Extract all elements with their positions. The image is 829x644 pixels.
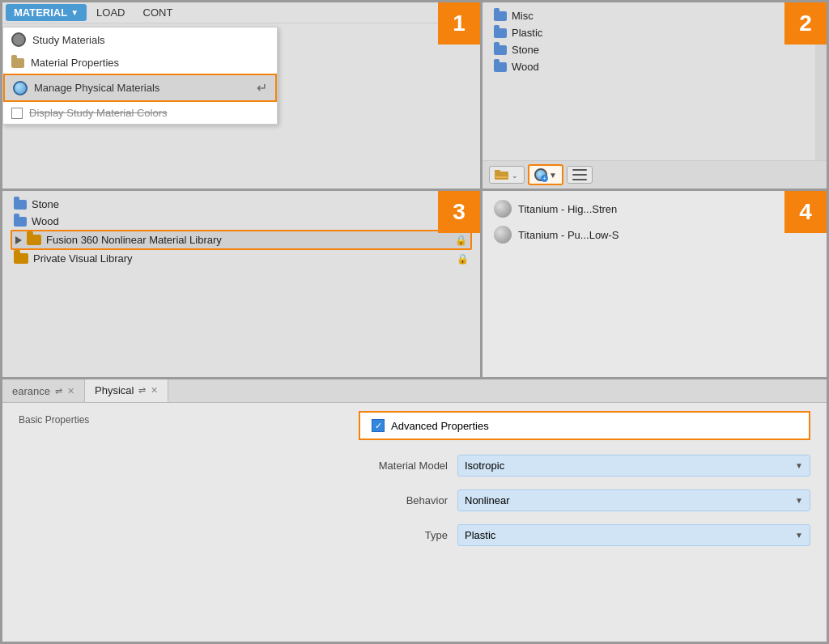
material-menu-item[interactable]: MATERIAL ▼ [6, 4, 87, 21]
return-icon: ↵ [257, 80, 267, 95]
folder-open-icon [495, 169, 509, 180]
type-label: Type [359, 529, 448, 541]
panel-3: Stone Wood Fusion 360 Nonlinear Material… [2, 191, 480, 377]
private-lib-label: Private Visual Library [33, 252, 133, 265]
badge-3: 3 [438, 191, 480, 233]
folder-open-button[interactable]: ⌄ [489, 166, 525, 184]
stone-label: Stone [512, 44, 539, 56]
material-properties-icon [11, 58, 24, 68]
fusion360-folder-icon [27, 235, 41, 245]
menu-bar: MATERIAL ▼ LOAD CONT [2, 2, 480, 23]
titanium-pu-label: Titanium - Pu...Low-S [518, 229, 619, 241]
stone-lib-item[interactable]: Stone [11, 196, 472, 213]
plastic-label: Plastic [512, 27, 542, 39]
basic-properties-col: Basic Properties [2, 403, 342, 638]
wood-folder-icon [14, 217, 27, 227]
material-list: Titanium - Hig...Stren Titanium - Pu...L… [483, 191, 827, 252]
cont-menu-item[interactable]: CONT [135, 4, 181, 21]
badge-1: 1 [438, 2, 480, 44]
plus-icon: + [541, 175, 548, 182]
globe-icon: + [534, 168, 547, 181]
appearance-tab-label: earance [12, 385, 50, 397]
type-value: Plastic [465, 529, 495, 541]
library-tree: Stone Wood Fusion 360 Nonlinear Material… [2, 191, 480, 272]
appearance-tab-close[interactable]: ✕ [67, 386, 74, 396]
expand-triangle-icon [15, 236, 22, 244]
advanced-checkbox[interactable]: ✓ [372, 419, 385, 432]
study-materials-item[interactable]: Study Materials [3, 28, 277, 52]
fusion360-lib-label: Fusion 360 Nonlinear Material Library [46, 234, 222, 246]
material-model-select[interactable]: Isotropic ▼ [457, 455, 810, 477]
badge-2: 2 [784, 2, 827, 44]
globe-dropdown-arrow-icon: ▼ [549, 171, 557, 180]
panel-4: Titanium - Hig...Stren Titanium - Pu...L… [483, 191, 827, 377]
titanium-high-item[interactable]: Titanium - Hig...Stren [491, 196, 818, 222]
manage-physical-icon [13, 81, 28, 95]
type-row: Type Plastic ▼ [359, 518, 810, 553]
display-study-colors-item[interactable]: Display Study Material Colors [3, 102, 277, 124]
svg-rect-2 [495, 176, 508, 178]
panel2-toolbar: ⌄ + ▼ [483, 160, 827, 189]
misc-item[interactable]: Misc [491, 7, 818, 24]
titanium-pu-sphere-icon [494, 226, 512, 244]
misc-label: Misc [512, 10, 534, 22]
globe-add-button[interactable]: + ▼ [528, 164, 563, 185]
plastic-item[interactable]: Plastic [491, 24, 818, 41]
wood-folder-icon [494, 62, 507, 72]
study-materials-icon [11, 32, 26, 47]
material-model-label: Material Model [359, 460, 448, 472]
behavior-select[interactable]: Nonlinear ▼ [457, 489, 810, 511]
manage-physical-label: Manage Physical Materials [34, 82, 159, 94]
wood-label: Wood [512, 61, 539, 73]
study-materials-label: Study Materials [32, 34, 105, 46]
type-select[interactable]: Plastic ▼ [457, 524, 810, 546]
titanium-high-label: Titanium - Hig...Stren [518, 203, 617, 215]
stone-folder-icon [494, 45, 507, 55]
advanced-properties-col: ✓ Advanced Properties Material Model Iso… [342, 403, 827, 638]
basic-properties-header: Basic Properties [19, 411, 326, 429]
badge-4: 4 [784, 191, 827, 233]
private-folder-icon [14, 253, 28, 264]
material-dropdown: Study Materials Material Properties Mana… [2, 27, 278, 125]
stone-lib-label: Stone [32, 198, 59, 210]
advanced-properties-box: ✓ Advanced Properties [359, 411, 810, 440]
main-grid: MATERIAL ▼ LOAD CONT Study Materials Mat… [0, 0, 829, 644]
physical-tab-close[interactable]: ✕ [151, 385, 158, 396]
type-dropdown-icon: ▼ [795, 531, 803, 540]
physical-tab[interactable]: Physical ⇌ ✕ [85, 379, 168, 402]
tab-bar: earance ⇌ ✕ Physical ⇌ ✕ [2, 379, 827, 403]
manage-physical-materials-item[interactable]: Manage Physical Materials ↵ [3, 74, 277, 102]
wood-lib-item[interactable]: Wood [11, 213, 472, 230]
physical-tab-label: Physical [95, 384, 134, 396]
svg-rect-1 [495, 170, 500, 173]
material-model-row: Material Model Isotropic ▼ [359, 448, 810, 483]
behavior-label: Behavior [359, 494, 448, 506]
wood-lib-label: Wood [32, 215, 59, 227]
material-properties-item[interactable]: Material Properties [3, 52, 277, 74]
plastic-folder-icon [494, 28, 507, 38]
titanium-pu-item[interactable]: Titanium - Pu...Low-S [491, 222, 818, 248]
dropdown-arrow-icon: ▼ [70, 8, 79, 17]
bottom-content: Basic Properties ✓ Advanced Properties M… [2, 403, 827, 638]
display-colors-checkbox[interactable] [11, 108, 23, 119]
panel-1: MATERIAL ▼ LOAD CONT Study Materials Mat… [2, 2, 480, 189]
behavior-value: Nonlinear [465, 494, 510, 506]
fusion360-nonlinear-item[interactable]: Fusion 360 Nonlinear Material Library 🔒 [11, 230, 472, 250]
private-visual-item[interactable]: Private Visual Library 🔒 [11, 250, 472, 267]
load-menu-item[interactable]: LOAD [88, 4, 133, 21]
private-lock-icon: 🔒 [457, 253, 469, 265]
stone-item[interactable]: Stone [491, 41, 818, 58]
advanced-properties-label: Advanced Properties [391, 420, 489, 432]
behavior-row: Behavior Nonlinear ▼ [359, 483, 810, 518]
appearance-transfer-icon: ⇌ [55, 386, 62, 396]
appearance-tab[interactable]: earance ⇌ ✕ [2, 379, 85, 402]
list-view-button[interactable] [567, 166, 593, 184]
behavior-dropdown-icon: ▼ [795, 496, 803, 505]
panel-bottom: earance ⇌ ✕ Physical ⇌ ✕ Basic Propertie… [2, 379, 827, 642]
svg-text:⌄: ⌄ [512, 172, 518, 179]
titanium-high-sphere-icon [494, 200, 512, 218]
panel-2: Misc Plastic Stone Wood [483, 2, 827, 189]
lock-icon: 🔒 [455, 235, 467, 246]
physical-transfer-icon: ⇌ [138, 385, 146, 396]
wood-item[interactable]: Wood [491, 58, 818, 75]
